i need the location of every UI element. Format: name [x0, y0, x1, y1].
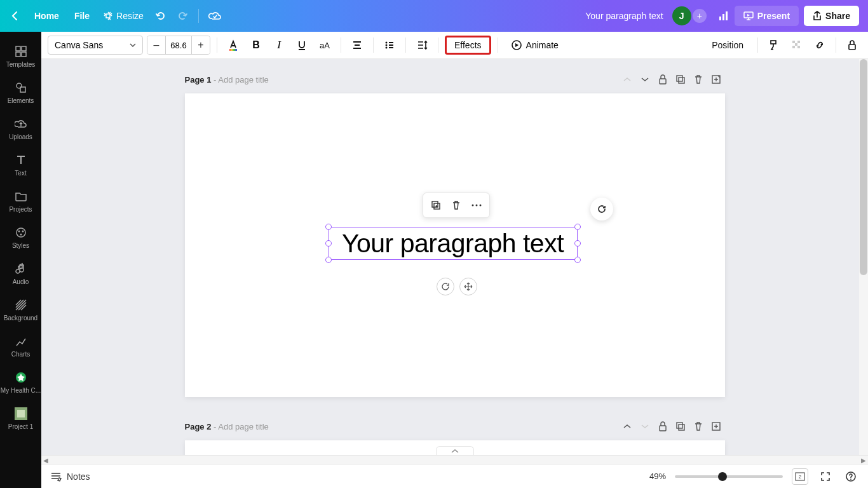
- share-button[interactable]: Share: [804, 6, 859, 26]
- document-name[interactable]: Your paragraph text: [585, 11, 663, 21]
- home-button[interactable]: Home: [27, 7, 67, 25]
- page-delete-icon[interactable]: [689, 417, 707, 435]
- svg-rect-30: [660, 79, 666, 84]
- text-color-button[interactable]: [224, 36, 243, 55]
- underline-button[interactable]: [292, 36, 311, 55]
- back-icon[interactable]: [9, 10, 20, 22]
- position-button[interactable]: Position: [704, 36, 751, 55]
- page-label[interactable]: Page 1 - Add page title: [185, 75, 269, 85]
- resize-handle[interactable]: [325, 257, 332, 263]
- fullscreen-button[interactable]: [817, 468, 834, 485]
- notes-button[interactable]: Notes: [50, 471, 90, 482]
- sidebar-item-elements[interactable]: Elements: [0, 74, 41, 111]
- case-button[interactable]: aA: [315, 36, 334, 55]
- separator: [757, 37, 758, 53]
- page-add-icon[interactable]: [707, 417, 725, 435]
- present-button[interactable]: Present: [735, 6, 799, 26]
- resize-handle[interactable]: [574, 257, 581, 263]
- sidebar-item-label: Background: [4, 315, 37, 322]
- more-button[interactable]: [468, 196, 485, 214]
- font-size-input[interactable]: [165, 36, 192, 54]
- separator: [217, 37, 217, 53]
- resize-handle[interactable]: [574, 240, 581, 247]
- vertical-scrollbar[interactable]: [859, 59, 868, 455]
- resize-button[interactable]: Resize: [97, 7, 150, 25]
- font-size-increase[interactable]: +: [192, 36, 210, 54]
- cloud-save-icon[interactable]: [204, 5, 226, 27]
- file-menu[interactable]: File: [67, 7, 97, 25]
- zoom-label[interactable]: 49%: [649, 471, 666, 481]
- svg-rect-28: [797, 46, 800, 48]
- separator: [198, 9, 199, 23]
- font-size-decrease[interactable]: –: [147, 36, 165, 54]
- sidebar-item-background[interactable]: Background: [0, 292, 41, 328]
- delete-button[interactable]: [447, 196, 465, 214]
- bold-button[interactable]: B: [247, 36, 266, 55]
- elements-icon: [14, 81, 28, 95]
- align-button[interactable]: [348, 36, 367, 55]
- present-label: Present: [757, 11, 790, 21]
- page-duplicate-icon[interactable]: [672, 417, 689, 435]
- copy-style-button[interactable]: [764, 36, 783, 55]
- sidebar-item-styles[interactable]: Styles: [0, 219, 41, 255]
- floating-toolbar: [423, 193, 490, 218]
- list-button[interactable]: [380, 36, 399, 55]
- sidebar-item-templates[interactable]: Templates: [0, 38, 41, 74]
- page-delete-icon[interactable]: [689, 71, 707, 88]
- scroll-right-icon[interactable]: ▶: [859, 456, 868, 464]
- sidebar-item-myhealth[interactable]: My Health C...: [0, 364, 41, 400]
- page-down-icon[interactable]: [636, 71, 654, 88]
- sidebar-item-project1[interactable]: Project 1: [0, 400, 41, 437]
- page-canvas[interactable]: Your paragraph text: [185, 93, 725, 397]
- text-content[interactable]: Your paragraph text: [342, 229, 564, 259]
- separator: [373, 37, 374, 53]
- svg-rect-32: [679, 78, 684, 83]
- page-lock-icon[interactable]: [654, 417, 672, 435]
- page-add-icon[interactable]: [707, 71, 725, 88]
- canvas-area[interactable]: Page 1 - Add page title: [41, 59, 868, 455]
- link-button[interactable]: [810, 36, 829, 55]
- scroll-left-icon[interactable]: ◀: [41, 456, 50, 464]
- undo-button[interactable]: [150, 5, 172, 27]
- sidebar-item-uploads[interactable]: Uploads: [0, 111, 41, 147]
- sidebar-item-charts[interactable]: Charts: [0, 328, 41, 364]
- sidebar-item-text[interactable]: Text: [0, 147, 41, 183]
- resize-handle[interactable]: [325, 240, 332, 247]
- svg-point-19: [386, 42, 388, 44]
- separator: [836, 37, 836, 53]
- rotate-button[interactable]: [437, 278, 454, 295]
- move-button[interactable]: [459, 278, 477, 295]
- help-button[interactable]: [843, 468, 859, 485]
- separator: [405, 37, 406, 53]
- page-lock-icon[interactable]: [654, 71, 672, 88]
- page-up-icon[interactable]: [618, 417, 636, 435]
- analytics-icon[interactable]: [713, 5, 735, 27]
- svg-point-12: [18, 231, 20, 233]
- effects-button[interactable]: Effects: [445, 36, 491, 55]
- resize-handle[interactable]: [574, 224, 581, 230]
- font-select[interactable]: Canva Sans: [48, 36, 143, 55]
- add-collaborator-button[interactable]: +: [693, 9, 707, 23]
- sidebar-item-label: Styles: [12, 242, 29, 249]
- avatar[interactable]: J: [672, 6, 691, 25]
- refresh-fab[interactable]: [590, 198, 613, 220]
- text-element[interactable]: Your paragraph text: [329, 227, 578, 260]
- svg-rect-5: [16, 46, 20, 51]
- italic-button[interactable]: I: [269, 36, 288, 55]
- sidebar-item-projects[interactable]: Projects: [0, 183, 41, 219]
- expand-pages-tab[interactable]: [436, 446, 474, 455]
- redo-button[interactable]: [172, 5, 193, 27]
- lock-button[interactable]: [843, 36, 862, 55]
- spacing-button[interactable]: [412, 36, 431, 55]
- transparency-button[interactable]: [787, 36, 806, 55]
- sidebar-item-audio[interactable]: Audio: [0, 255, 41, 292]
- resize-handle[interactable]: [325, 224, 332, 230]
- animate-button[interactable]: Animate: [505, 36, 565, 55]
- duplicate-button[interactable]: [427, 196, 445, 214]
- page-indicator[interactable]: 2: [792, 468, 808, 485]
- page-label[interactable]: Page 2 - Add page title: [185, 422, 269, 431]
- sidebar-item-label: Elements: [8, 97, 34, 104]
- page-duplicate-icon[interactable]: [672, 71, 689, 88]
- zoom-slider[interactable]: [675, 475, 783, 478]
- horizontal-scrollbar[interactable]: ◀ ▶: [41, 455, 868, 464]
